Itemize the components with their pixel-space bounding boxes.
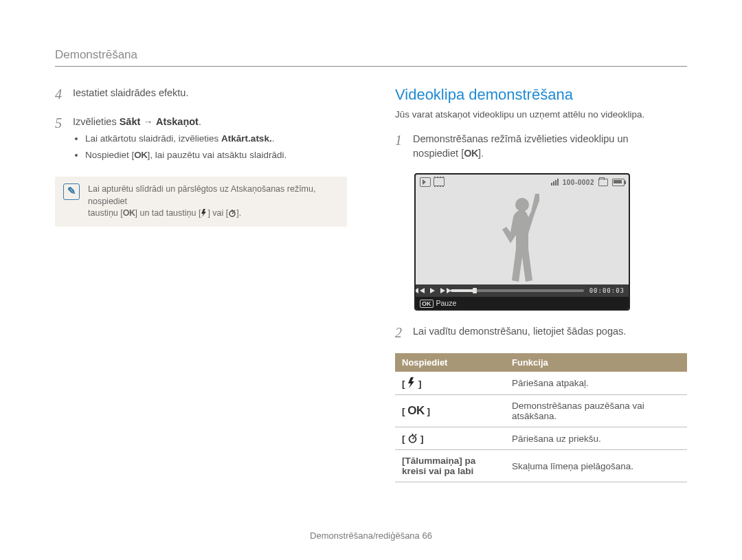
bold: Atkārt.atsk. [221,133,272,144]
ok-icon: OK [134,150,147,160]
txt: Lai atkārtotu slaidrādi, izvēlieties [85,133,221,144]
step-2: 2 Lai vadītu demonstrēšanu, lietojiet šā… [395,324,687,341]
step-text: Lai vadītu demonstrēšanu, lietojiet šāda… [413,324,687,339]
step-1: 1 Demonstrēšanas režīmā izvēlieties vide… [395,132,687,161]
page-footer: Demonstrēšana/rediģēšana 66 [0,530,742,541]
section-subtext: Jūs varat atskaņot videoklipu un uzņemt … [395,109,687,120]
progress-track [451,289,584,292]
func-cell: Pāriešana uz priekšu. [505,427,687,450]
note-box: ✎ Lai apturētu slīdrādi un pārslēgtos uz… [55,177,347,227]
th-press: Nospiediet [395,353,505,372]
svg-line-7 [415,434,416,436]
key-cell: [ ] [395,427,505,450]
table-row: [Tālummaiņa] pa kreisi vai pa labi Skaļu… [395,450,687,482]
svg-line-2 [234,210,235,211]
th-function: Funkcija [505,353,687,372]
preview-topbar: 100-0002 [416,175,629,190]
table-row: [ ] Pāriešana atpakaļ. [395,372,687,395]
flash-icon [407,379,416,389]
page-header: Demonstrēšana [55,48,687,67]
ok-icon: OK [407,404,425,418]
table-row: [ OK ] Demonstrēšanas pauzēšana vai atsā… [395,395,687,427]
preview-frame [416,190,629,284]
svg-line-8 [413,438,415,440]
note-text: Lai apturētu slīdrādi un pārslēgtos uz A… [88,183,339,220]
step-text: Iestatiet slaidrādes efektu. [73,86,347,100]
func-cell: Pāriešana atpakaļ. [505,372,687,395]
left-column: 4 Iestatiet slaidrādes efektu. 5 Izvēlie… [55,86,347,482]
battery-icon [612,179,625,186]
txt: ]. [236,208,241,218]
timer-icon [228,208,236,218]
txt: ]. [478,148,484,159]
func-cell: Demonstrēšanas pauzēšana vai atsākšana. [505,395,687,427]
step-number: 4 [55,86,73,102]
bullet: Lai atkārtotu slaidrādi, izvēlieties Atk… [85,132,347,146]
timer-icon [407,434,418,444]
step-number: 2 [395,324,413,341]
ok-icon: OK [420,300,434,308]
key-cell: [ ] [395,372,505,395]
note-icon: ✎ [63,183,80,200]
folder-icon [598,179,608,186]
txt: ] vai [ [207,208,228,218]
txt: → [140,116,156,127]
skip-back-icon [420,288,425,293]
txt: Lai apturētu slīdrādi un pārslēgtos uz A… [88,184,315,206]
step-4: 4 Iestatiet slaidrādes efektu. [55,86,347,102]
preview-timeline: 00:00:03 [416,284,629,297]
table-row: [ ] Pāriešana uz priekšu. [395,427,687,450]
txt: taustiņu [ [88,208,123,218]
key-cell: [Tālummaiņa] pa kreisi vai pa labi [395,450,505,482]
step-number: 1 [395,132,413,148]
key-cell: [ OK ] [395,395,505,427]
video-file-icon [434,177,445,186]
txt: ] un tad taustiņu [ [135,208,201,218]
key-text: [Tālummaiņa] pa kreisi vai pa labi [402,456,475,476]
signal-icon [551,179,559,186]
playback-mode-icon [420,177,431,187]
txt: Demonstrēšanas režīmā izvēlieties videok… [413,133,629,144]
step-number: 5 [55,115,73,131]
section-title: Videoklipa demonstrēšana [395,86,687,104]
timecode: 00:00:03 [589,287,625,294]
functions-table: Nospiediet Funkcija [ ] Pāriešana atpaka… [395,353,687,482]
preview-hintbar: OKPauze [416,297,629,309]
file-counter: 100-0002 [563,179,594,186]
step-text: Izvēlieties Sākt → Atskaņot. Lai atkārto… [73,115,347,164]
svg-line-3 [232,212,234,214]
right-column: Videoklipa demonstrēšana Jūs varat atska… [395,86,687,482]
txt: Izvēlieties [73,116,120,127]
ok-icon: OK [464,148,478,159]
txt: nospiediet [ [413,148,464,159]
bullet: Nospiediet [OK], lai pauzētu vai atsāktu… [85,148,347,162]
txt: . [199,116,201,127]
flash-icon [201,208,207,218]
video-preview: 100-0002 [414,173,630,311]
txt: . [272,133,275,144]
skip-forward-icon [440,288,445,293]
person-silhouette-icon [498,194,546,283]
func-cell: Skaļuma līmeņa pielāgošana. [505,450,687,482]
play-icon [430,288,435,293]
bold: Atskaņot [156,116,199,127]
pause-label: Pauze [436,299,457,307]
bold: Sākt [120,116,141,127]
step-text: Demonstrēšanas režīmā izvēlieties videok… [413,132,687,161]
step-5: 5 Izvēlieties Sākt → Atskaņot. Lai atkār… [55,115,347,164]
svg-point-4 [515,198,529,212]
ok-icon: OK [123,208,135,218]
txt: Nospiediet [ [85,150,134,160]
txt: ], lai pauzētu vai atsāktu slaidrādi. [148,150,287,160]
